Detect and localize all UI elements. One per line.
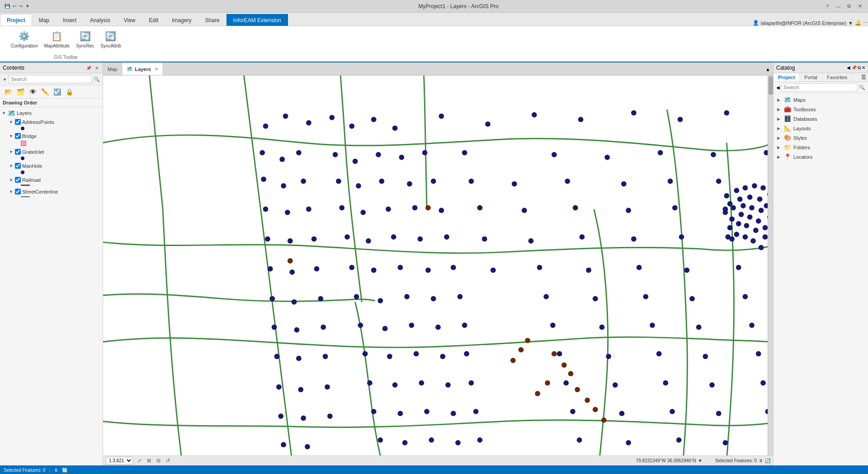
svg-point-37 bbox=[301, 179, 306, 184]
full-extent-button[interactable]: ⊞ bbox=[146, 457, 152, 464]
railroad-header[interactable]: ▼ Railroad bbox=[7, 176, 103, 184]
edit-button[interactable]: ✏️ bbox=[39, 87, 51, 97]
tab-map[interactable]: Map bbox=[32, 14, 56, 26]
layer-item-railroad: ▼ Railroad bbox=[0, 175, 103, 187]
grateinlet-header[interactable]: ▼ GrateInlet bbox=[7, 148, 103, 156]
select-button[interactable]: ☑️ bbox=[52, 87, 63, 97]
redo-icon[interactable]: ↪ bbox=[18, 3, 24, 9]
catalog-menu-button[interactable]: ☰ bbox=[859, 73, 868, 81]
bridge-expand: ▼ bbox=[9, 134, 14, 138]
coord-dropdown[interactable]: ▼ bbox=[698, 458, 703, 463]
svg-point-241 bbox=[743, 185, 748, 190]
tab-insert[interactable]: Insert bbox=[56, 14, 83, 26]
snapping-button[interactable]: 🔒 bbox=[64, 87, 75, 97]
bookmark-button[interactable]: ⊟ bbox=[156, 457, 161, 464]
catalog-item-folders[interactable]: ▶ 📁 Folders bbox=[774, 142, 868, 152]
tab-edit[interactable]: Edit bbox=[142, 14, 165, 26]
tab-share[interactable]: Share bbox=[198, 14, 226, 26]
svg-point-124 bbox=[409, 322, 414, 328]
svg-point-9 bbox=[485, 122, 491, 127]
catalog-back-nav-button[interactable]: ◀ bbox=[776, 85, 780, 90]
configuration-button[interactable]: ⚙️ Configuration bbox=[9, 28, 39, 49]
map-vertical-scrollbar[interactable] bbox=[768, 76, 773, 455]
railroad-checkbox[interactable] bbox=[15, 177, 21, 183]
catalog-item-toolboxes[interactable]: ▶ 🧰 Toolboxes bbox=[774, 104, 868, 114]
catalog-tab-favorites[interactable]: Favorites bbox=[822, 73, 852, 81]
map-controls-bottom: 1:3,621 ⤢ ⊞ ⊟ ↺ 79.8231349°W 36.0962946°… bbox=[103, 455, 773, 465]
catalog-item-styles[interactable]: ▶ 🎨 Styles bbox=[774, 133, 868, 142]
notification-icon[interactable]: 🔔 bbox=[855, 20, 861, 26]
grateinlet-checkbox[interactable] bbox=[15, 149, 21, 155]
streetcenterline-header[interactable]: ▼ StreetCenterline bbox=[7, 188, 103, 195]
contents-search-bar: 🔍 bbox=[0, 73, 103, 85]
status-separator: | bbox=[49, 468, 50, 473]
svg-point-129 bbox=[650, 322, 655, 328]
expand-icon[interactable]: ⋯ bbox=[863, 20, 868, 26]
bridge-checkbox[interactable] bbox=[15, 133, 21, 139]
map-tabs: Map 🗺️ Layers ✕ ▲ bbox=[103, 63, 773, 76]
catalog-close-button[interactable]: ✕ bbox=[862, 65, 865, 71]
tab-project[interactable]: Project bbox=[0, 14, 32, 26]
tab-map-view[interactable]: Map bbox=[103, 63, 122, 75]
pause-button[interactable]: ⏸ bbox=[759, 458, 763, 463]
zoom-to-layer-button[interactable]: ⤢ bbox=[137, 457, 142, 464]
contents-search-button[interactable]: 🔍 bbox=[94, 76, 100, 82]
undo-icon[interactable]: ↩ bbox=[12, 3, 17, 9]
dropdown-icon[interactable]: ▼ bbox=[24, 3, 31, 9]
map-canvas[interactable] bbox=[103, 76, 773, 455]
user-name: lalaparthi@INFOR (ArcGIS Enterprise) bbox=[761, 20, 846, 26]
tab-infoream[interactable]: InforEAM Extension bbox=[226, 14, 288, 26]
list-by-source-button[interactable]: 📂 bbox=[3, 87, 14, 97]
status-pause-button[interactable]: ⏸ bbox=[54, 468, 58, 473]
catalog-float-button[interactable]: ⧉ bbox=[858, 65, 861, 71]
refresh-button[interactable]: 🔄 bbox=[765, 458, 770, 463]
minimize-button[interactable]: — bbox=[834, 2, 843, 11]
contents-search-input[interactable] bbox=[9, 75, 92, 83]
visibility-button[interactable]: 👁️ bbox=[27, 87, 38, 97]
catalog-item-locators[interactable]: ▶ 📍 Locators bbox=[774, 152, 868, 161]
manhole-checkbox[interactable] bbox=[15, 163, 21, 169]
svg-point-262 bbox=[736, 221, 741, 227]
mapattribute-button[interactable]: 📋 MapAttribute bbox=[42, 28, 71, 49]
catalog-tab-project[interactable]: Project bbox=[774, 73, 800, 81]
rotate-button[interactable]: ↺ bbox=[165, 457, 171, 464]
tab-view[interactable]: View bbox=[117, 14, 142, 26]
save-icon[interactable]: 💾 bbox=[4, 3, 11, 9]
map-collapse-button[interactable]: ▲ bbox=[763, 65, 773, 73]
addresspoints-checkbox[interactable] bbox=[15, 119, 21, 125]
svg-point-64 bbox=[672, 205, 678, 210]
vscroll-thumb[interactable] bbox=[769, 76, 773, 95]
list-by-type-button[interactable]: 🗂️ bbox=[15, 87, 26, 97]
contents-pin-button[interactable]: 📌 bbox=[85, 65, 93, 71]
close-button[interactable]: ✕ bbox=[855, 2, 864, 11]
maximize-button[interactable]: ⧉ bbox=[844, 2, 854, 11]
svg-point-140 bbox=[414, 351, 419, 356]
catalog-tab-portal[interactable]: Portal bbox=[800, 73, 822, 81]
contents-close-button[interactable]: ✕ bbox=[94, 65, 100, 71]
tab-imagery[interactable]: Imagery bbox=[165, 14, 198, 26]
syncrec-button[interactable]: 🔄 SyncRec bbox=[74, 28, 96, 49]
streetcenterline-checkbox[interactable] bbox=[15, 189, 21, 194]
catalog-item-databases[interactable]: ▶ 🗄️ Databases bbox=[774, 114, 868, 123]
svg-point-170 bbox=[371, 409, 377, 414]
tab-layers-view[interactable]: 🗺️ Layers ✕ bbox=[122, 63, 163, 75]
addresspoints-header[interactable]: ▼ AddressPoints bbox=[7, 118, 103, 126]
user-dropdown-icon[interactable]: ▼ bbox=[848, 20, 853, 26]
tab-layers-close[interactable]: ✕ bbox=[155, 67, 158, 71]
bridge-header[interactable]: ▼ Bridge bbox=[7, 132, 103, 140]
svg-point-144 bbox=[606, 354, 611, 359]
catalog-search-button[interactable]: 🔍 bbox=[859, 85, 865, 90]
catalog-search-input[interactable] bbox=[781, 83, 858, 91]
manhole-header[interactable]: ▼ ManHole bbox=[7, 162, 103, 170]
map-scale-selector[interactable]: 1:3,621 bbox=[106, 457, 133, 465]
help-button[interactable]: ? bbox=[823, 2, 832, 11]
syncattrib-button[interactable]: 🔄 SyncAttrib bbox=[99, 28, 123, 49]
catalog-item-maps[interactable]: ▶ 🗺️ Maps bbox=[774, 95, 868, 104]
catalog-pin-button[interactable]: 📌 bbox=[851, 65, 857, 71]
catalog-search-bar: ◀ 🔍 bbox=[774, 82, 868, 93]
layers-root-header[interactable]: ▼ 🗺️ Layers bbox=[0, 109, 103, 118]
catalog-back-button[interactable]: ◀ bbox=[847, 65, 850, 71]
status-refresh-button[interactable]: 🔄 bbox=[62, 468, 67, 473]
tab-analysis[interactable]: Analysis bbox=[83, 14, 117, 26]
catalog-item-layouts[interactable]: ▶ 📐 Layouts bbox=[774, 123, 868, 133]
